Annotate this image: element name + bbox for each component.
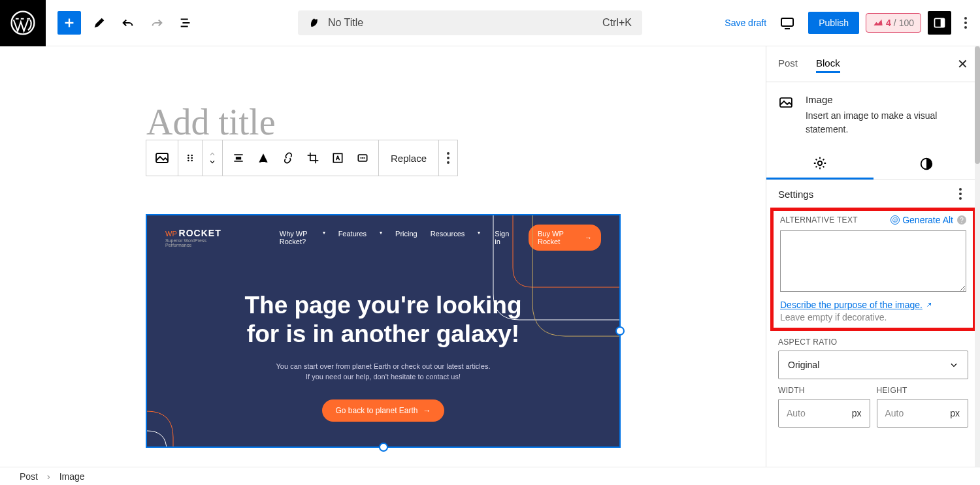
earth-button: Go back to planet Earth→ xyxy=(322,399,444,422)
rocket-logo: WP ROCKET Superior WordPress Performance xyxy=(165,228,226,247)
undo-button[interactable] xyxy=(114,8,142,37)
width-label: WIDTH xyxy=(778,386,870,395)
logo-wp: WP xyxy=(165,230,177,238)
seo-score-badge[interactable]: 4 / 100 xyxy=(866,13,921,33)
height-input[interactable]: Autopx xyxy=(877,399,969,428)
generate-alt-button[interactable]: @ Generate Alt ? xyxy=(890,215,966,225)
ai-icon: @ xyxy=(890,215,900,225)
move-buttons[interactable] xyxy=(203,140,223,176)
align-icon xyxy=(232,151,245,164)
document-title: No Title xyxy=(328,17,363,29)
text-icon xyxy=(331,151,344,164)
settings-sidebar-toggle[interactable] xyxy=(928,11,951,35)
logo-sub: Superior WordPress Performance xyxy=(165,238,226,247)
height-label: HEIGHT xyxy=(877,386,969,395)
score-value: 4 xyxy=(886,18,891,28)
command-bar[interactable]: No Title Ctrl+K xyxy=(298,10,642,35)
subtab-settings[interactable] xyxy=(766,148,874,180)
tab-block[interactable]: Block xyxy=(816,55,840,73)
text-overlay-button[interactable] xyxy=(331,151,344,164)
save-draft-button[interactable]: Save draft xyxy=(725,18,766,28)
tab-post[interactable]: Post xyxy=(778,57,798,71)
svg-point-7 xyxy=(188,157,189,159)
aspect-ratio-select[interactable]: Original xyxy=(778,351,968,379)
image-block[interactable]: WP ROCKET Superior WordPress Performance… xyxy=(146,214,621,448)
crop-button[interactable] xyxy=(306,151,319,164)
chevron-up-icon xyxy=(208,151,217,157)
block-description: Insert an image to make a visual stateme… xyxy=(806,109,968,136)
width-input[interactable]: Autopx xyxy=(778,399,870,428)
edit-button[interactable] xyxy=(85,8,114,37)
svg-point-6 xyxy=(191,155,193,157)
resize-handle-bottom[interactable] xyxy=(379,443,388,452)
chevron-down-icon xyxy=(208,159,217,165)
keyboard-shortcut: Ctrl+K xyxy=(602,17,632,29)
gear-icon xyxy=(813,156,827,170)
nav-item: Pricing xyxy=(395,230,417,245)
pencil-icon xyxy=(92,16,106,30)
block-type-button[interactable] xyxy=(146,140,178,176)
help-icon: ? xyxy=(957,215,966,225)
caption-icon xyxy=(257,151,270,164)
add-block-button[interactable] xyxy=(57,11,81,35)
duotone-button[interactable] xyxy=(356,151,369,164)
image-icon xyxy=(154,150,170,166)
svg-point-14 xyxy=(360,157,361,159)
buy-button: Buy WP Rocket→ xyxy=(529,225,601,251)
scrollbar[interactable] xyxy=(975,46,980,467)
desktop-icon xyxy=(779,15,795,31)
link-button[interactable] xyxy=(282,151,295,164)
preview-button[interactable] xyxy=(773,8,802,37)
leaf-icon xyxy=(308,17,320,29)
svg-rect-3 xyxy=(941,18,945,27)
more-box-icon xyxy=(356,151,369,164)
list-icon xyxy=(178,16,193,30)
breadcrumb-post[interactable]: Post xyxy=(20,471,38,482)
svg-rect-1 xyxy=(781,18,793,26)
settings-more-button[interactable] xyxy=(953,188,968,200)
block-toolbar: Replace xyxy=(146,140,458,176)
wordpress-logo-button[interactable] xyxy=(0,0,46,46)
chevron-right-icon: › xyxy=(47,471,50,482)
align-button[interactable] xyxy=(232,151,245,164)
close-sidebar-button[interactable]: ✕ xyxy=(957,56,968,72)
nav-item: Why WP Rocket? xyxy=(280,230,310,245)
resize-handle-right[interactable] xyxy=(615,326,625,336)
describe-image-link[interactable]: Describe the purpose of the image. xyxy=(780,300,933,310)
svg-rect-12 xyxy=(333,153,342,162)
external-link-icon xyxy=(925,301,933,309)
post-title-input[interactable]: Add title xyxy=(146,101,276,143)
link-icon xyxy=(282,151,295,164)
alt-text-input[interactable] xyxy=(780,230,966,292)
nav-item: Resources xyxy=(431,230,465,245)
block-more-button[interactable] xyxy=(439,140,457,176)
settings-heading: Settings xyxy=(778,189,813,200)
rocket-nav-items: Why WP Rocket?▾ Features▾ Pricing Resour… xyxy=(280,230,480,245)
logo-rocket: ROCKET xyxy=(179,228,221,238)
svg-point-9 xyxy=(188,160,189,162)
redo-button[interactable] xyxy=(142,8,171,37)
breadcrumb-image[interactable]: Image xyxy=(59,471,85,482)
sidebar-icon xyxy=(933,16,946,29)
drag-handle[interactable] xyxy=(178,140,203,176)
styles-icon xyxy=(919,157,934,171)
hero-line1: The page you're looking xyxy=(244,292,521,319)
replace-button[interactable]: Replace xyxy=(379,140,439,176)
options-menu-button[interactable] xyxy=(958,8,973,37)
document-overview-button[interactable] xyxy=(171,8,200,37)
undo-icon xyxy=(121,16,135,30)
caption-button[interactable] xyxy=(257,151,270,164)
svg-point-5 xyxy=(188,155,189,157)
seo-score-icon xyxy=(873,18,883,28)
top-toolbar: No Title Ctrl+K Save draft Publish 4 / 1… xyxy=(0,0,980,46)
highlighted-section: ALTERNATIVE TEXT @ Generate Alt ? Descri… xyxy=(770,208,976,331)
alt-text-label: ALTERNATIVE TEXT xyxy=(780,215,858,225)
subtab-styles[interactable] xyxy=(874,148,981,180)
svg-point-10 xyxy=(191,160,193,162)
decorative-hint: Leave empty if decorative. xyxy=(780,312,966,322)
publish-button[interactable]: Publish xyxy=(808,12,859,34)
block-appender[interactable]: Type / to choose a block or // to use Co… xyxy=(146,464,440,467)
wordpress-icon xyxy=(10,10,35,35)
hero-para2: If you need our help, don't hesitate to … xyxy=(306,373,461,381)
svg-point-15 xyxy=(362,157,363,159)
